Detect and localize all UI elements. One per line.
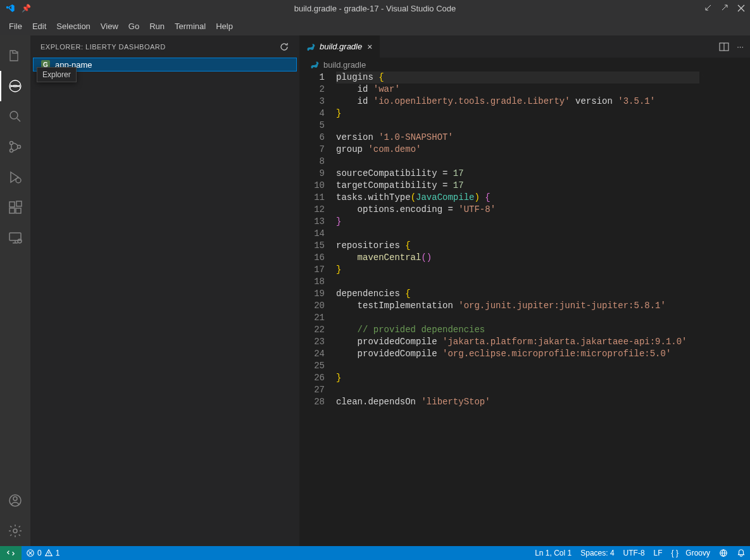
remote-explorer-button[interactable] [0,223,30,253]
breadcrumb[interactable]: build.gradle [299,58,750,72]
explorer-view-button[interactable] [0,40,30,71]
svg-rect-7 [9,208,15,213]
encoding[interactable]: UTF-8 [619,549,649,557]
svg-point-3 [10,149,13,152]
sidebar-header: EXPLORER: LIBERTY DASHBOARD [30,35,299,58]
svg-rect-6 [9,202,15,207]
refresh-button[interactable] [279,42,289,52]
menu-selection[interactable]: Selection [51,19,95,34]
menu-terminal[interactable]: Terminal [170,19,211,34]
menu-file[interactable]: File [4,19,27,34]
extensions-view-button[interactable] [0,192,30,223]
svg-rect-8 [16,208,21,213]
tab-label: build.gradle [320,42,362,51]
close-button[interactable] [737,4,745,12]
main-area: EXPLORER: LIBERTY DASHBOARD G app-name E… [0,35,750,546]
minimap[interactable]: plugins { id 'war' id 'io.openliberty.to… [699,72,750,546]
menu-bar: FileEditSelectionViewGoRunTerminalHelp [0,16,750,35]
menu-go[interactable]: Go [123,19,144,34]
more-actions-button[interactable]: ··· [737,42,744,51]
notifications-button[interactable] [732,549,750,557]
problems-indicator[interactable]: 0 1 [22,549,64,557]
scm-view-button[interactable] [0,132,30,162]
svg-point-14 [13,529,17,533]
tab-close-button[interactable]: × [366,42,373,52]
menu-edit[interactable]: Edit [27,19,51,34]
status-bar: 0 1 Ln 1, Col 1 Spaces: 4 UTF-8 LF { } G… [0,546,750,560]
accounts-button[interactable] [0,485,30,516]
cursor-position[interactable]: Ln 1, Col 1 [530,549,576,557]
language-mode[interactable]: { } Groovy [667,549,715,557]
pin-icon[interactable]: 📌 [22,4,31,13]
tab-actions: ··· [713,35,750,58]
svg-point-2 [10,142,13,145]
settings-button[interactable] [0,516,30,546]
menu-help[interactable]: Help [211,19,238,34]
search-view-button[interactable] [0,101,30,132]
window-controls [704,4,745,12]
sidebar: EXPLORER: LIBERTY DASHBOARD G app-name E… [30,35,299,546]
remote-indicator[interactable] [0,546,22,560]
sidebar-title: EXPLORER: LIBERTY DASHBOARD [41,43,166,51]
liberty-view-button[interactable] [0,71,30,101]
svg-point-13 [13,497,17,501]
editor-area: build.gradle × ··· build.gradle 12345678… [299,35,750,546]
menu-view[interactable]: View [96,19,123,34]
title-bar: 📌 build.gradle - gradle-17 - Visual Stud… [0,0,750,16]
gradle-file-icon [306,42,316,52]
svg-point-5 [16,178,21,183]
tab-bar: build.gradle × ··· [299,35,750,58]
minimize-button[interactable] [704,4,712,12]
vscode-logo-icon [5,3,15,13]
svg-point-11 [18,239,22,243]
sidebar-tooltip: Explorer [37,67,77,82]
feedback-button[interactable] [715,549,732,557]
editor-body[interactable]: 1234567891011121314151617181920212223242… [299,72,750,546]
code-content[interactable]: plugins { id 'war' id 'io.openliberty.to… [336,72,699,546]
gradle-file-icon [309,59,320,70]
window-title: build.gradle - gradle-17 - Visual Studio… [294,4,456,13]
tab-build-gradle[interactable]: build.gradle × [299,35,380,58]
split-editor-button[interactable] [719,42,729,52]
line-gutter: 1234567891011121314151617181920212223242… [299,72,336,546]
maximize-button[interactable] [721,4,728,12]
indentation[interactable]: Spaces: 4 [576,549,618,557]
run-view-button[interactable] [0,162,30,192]
activity-bar [0,35,30,546]
svg-point-4 [18,146,21,149]
eol[interactable]: LF [649,549,667,557]
breadcrumb-label: build.gradle [323,60,366,70]
menu-run[interactable]: Run [144,19,170,34]
svg-rect-9 [16,201,22,206]
svg-point-1 [10,111,18,119]
